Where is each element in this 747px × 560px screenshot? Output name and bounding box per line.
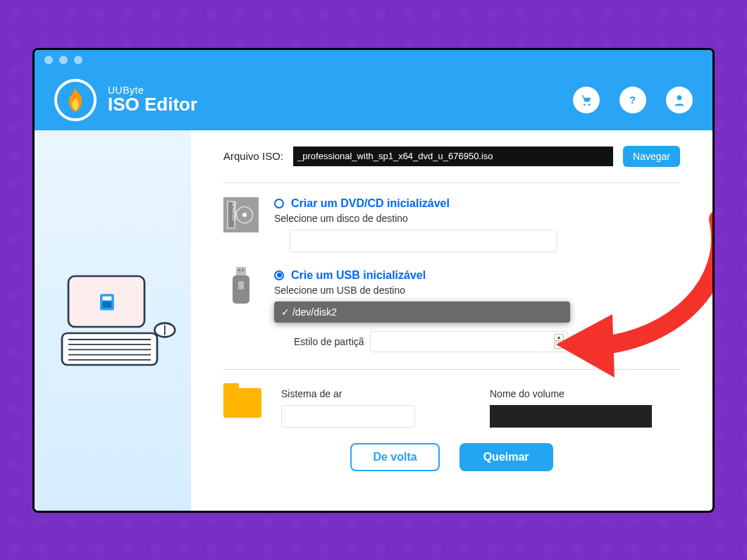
stepper-icon: ▴▾ xyxy=(554,334,564,349)
radio-usb[interactable] xyxy=(274,270,284,280)
help-icon: ? xyxy=(626,93,640,107)
svg-rect-7 xyxy=(103,301,112,308)
svg-text:?: ? xyxy=(629,94,636,106)
partition-style-label: Estilo de partiçã xyxy=(294,336,364,347)
back-button[interactable]: De volta xyxy=(350,443,439,471)
volume-name-input[interactable] xyxy=(490,405,652,428)
option-dvd-title: Criar um DVD/CD inicializável xyxy=(291,197,450,210)
svg-rect-25 xyxy=(238,281,244,290)
svg-rect-6 xyxy=(103,296,112,299)
usb-target-dropdown[interactable]: ✓ /dev/disk2 xyxy=(274,301,570,323)
filesystem-label: Sistema de ar xyxy=(281,388,415,399)
main-panel: Arquivo ISO: _professional_with_sp1_x64_… xyxy=(191,130,712,511)
laptop-illustration xyxy=(49,263,176,378)
radio-dvd[interactable] xyxy=(274,199,284,209)
svg-text:CD/DVD: CD/DVD xyxy=(232,201,237,220)
iso-filename-text: _professional_with_sp1_x64_dvd_u_676950.… xyxy=(297,151,493,161)
browse-button[interactable]: Navegar xyxy=(623,146,680,167)
iso-filename-field[interactable]: _professional_with_sp1_x64_dvd_u_676950.… xyxy=(293,147,613,166)
usb-icon xyxy=(223,269,259,304)
sidebar xyxy=(35,130,191,511)
divider-2 xyxy=(223,369,680,370)
svg-point-3 xyxy=(677,95,682,100)
partition-style-select[interactable]: ▴▾ xyxy=(370,331,567,352)
option-usb-subtitle: Selecione um USB de destino xyxy=(274,285,680,296)
option-dvd: CD/DVD Criar um DVD/CD inicializável Sel… xyxy=(223,197,680,252)
cart-button[interactable] xyxy=(573,87,600,113)
volume-name-label: Nome do volume xyxy=(490,388,652,399)
help-button[interactable]: ? xyxy=(619,87,646,113)
svg-point-1 xyxy=(588,104,591,106)
app-header: UUByte ISO Editor ? xyxy=(35,70,712,130)
maximize-traffic-light[interactable] xyxy=(74,56,82,64)
account-button[interactable] xyxy=(666,87,693,113)
flame-icon xyxy=(66,88,85,112)
bottom-fields: Sistema de ar Nome do volume xyxy=(223,388,680,428)
option-dvd-subtitle: Selecione um disco de destino xyxy=(274,213,680,224)
minimize-traffic-light[interactable] xyxy=(59,56,68,64)
svg-rect-22 xyxy=(238,269,240,271)
svg-rect-23 xyxy=(242,269,244,271)
divider xyxy=(223,182,680,183)
app-window: UUByte ISO Editor ? xyxy=(32,48,715,513)
filesystem-select[interactable] xyxy=(281,405,415,428)
svg-point-20 xyxy=(242,213,247,217)
dvd-icon: CD/DVD xyxy=(223,197,259,232)
cart-icon xyxy=(579,93,593,107)
app-logo xyxy=(54,79,97,121)
option-usb: Crie um USB inicializável Selecione um U… xyxy=(223,269,680,352)
window-titlebar xyxy=(35,50,712,70)
iso-label: Arquivo ISO: xyxy=(223,150,283,162)
user-icon xyxy=(672,93,686,107)
iso-row: Arquivo ISO: _professional_with_sp1_x64_… xyxy=(223,146,680,167)
brand-block: UUByte ISO Editor xyxy=(108,85,197,115)
burn-button[interactable]: Queimar xyxy=(459,443,553,471)
usb-target-selected: ✓ /dev/disk2 xyxy=(281,306,337,318)
folder-icon xyxy=(223,388,261,418)
brand-big-text: ISO Editor xyxy=(108,95,197,114)
svg-rect-21 xyxy=(236,267,246,275)
close-traffic-light[interactable] xyxy=(44,56,53,64)
dvd-target-select[interactable] xyxy=(290,230,557,252)
svg-point-0 xyxy=(584,104,586,106)
option-usb-title: Crie um USB inicializável xyxy=(291,269,426,282)
action-row: De volta Queimar xyxy=(223,443,680,471)
